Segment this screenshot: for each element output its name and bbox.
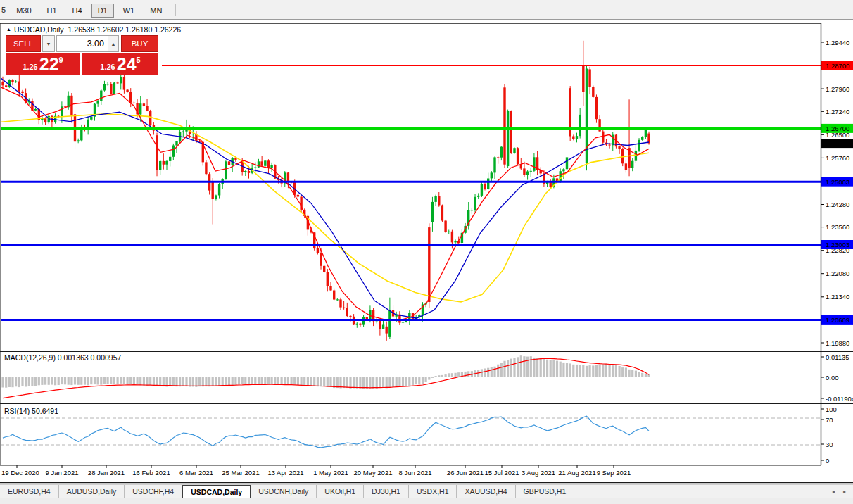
candle-body (428, 227, 430, 302)
candle-body (592, 87, 594, 96)
rsi-indicator-label: RSI(14) 50.6491 (4, 407, 58, 415)
timeframe-button-D1[interactable]: D1 (91, 4, 114, 18)
macd-histogram-bar (241, 377, 244, 384)
volume-dropdown-button[interactable]: ▼ (42, 35, 55, 52)
candle-body (382, 325, 384, 329)
macd-histogram-bar (34, 377, 37, 386)
sell-button[interactable]: SELL (6, 35, 41, 52)
tabs-scroll-right-icon[interactable]: ▸ (843, 489, 846, 495)
tab-gbpusd-h1[interactable]: GBPUSD,H1 (516, 485, 575, 498)
timeframe-button-H1[interactable]: H1 (41, 4, 63, 18)
time-tick-label: 26 Jun 2021 (447, 469, 484, 477)
candle-body (379, 320, 381, 329)
macd-histogram-bar (297, 377, 299, 385)
timeframe-buttons: M30H1H4D1W1MN (8, 4, 170, 16)
macd-axis-label: 0.01135 (826, 353, 849, 361)
candle-body (1, 82, 4, 85)
timeframe-button-MN[interactable]: MN (144, 4, 168, 18)
macd-histogram-bar (284, 377, 286, 384)
candle-body (454, 241, 456, 243)
macd-histogram-bar (572, 365, 574, 377)
macd-histogram-bar (74, 377, 76, 385)
chevron-down-icon: ▼ (46, 42, 51, 46)
macd-histogram-bar (645, 374, 647, 377)
candle-body (146, 106, 148, 111)
candle-body (264, 160, 266, 166)
candle-body (530, 171, 532, 172)
candle-body (513, 148, 515, 153)
volume-input[interactable] (57, 36, 108, 51)
candle-body (215, 196, 217, 199)
macd-histogram-bar (455, 373, 457, 377)
timeframe-button-H4[interactable]: H4 (66, 4, 89, 18)
tab-eurusd-h4[interactable]: EURUSD,H4 (0, 485, 59, 498)
macd-histogram-bar (533, 358, 535, 377)
macd-histogram-bar (103, 377, 106, 384)
buy-button[interactable]: BUY (121, 35, 158, 52)
macd-histogram-bar (546, 360, 548, 377)
volume-increase-button[interactable]: ▲ (108, 36, 118, 51)
candle-body (434, 196, 436, 202)
tab-usdchf-h4[interactable]: USDCHF,H4 (125, 485, 182, 498)
candle-body (169, 157, 171, 161)
tab-usdx-h1[interactable]: USDX,H1 (409, 485, 457, 498)
candle-body (113, 82, 115, 94)
buy-price-pip-digit: 5 (137, 56, 141, 64)
macd-histogram-bar (493, 367, 495, 377)
rsi-axis-label: 30 (826, 441, 833, 448)
candle-body (346, 308, 348, 316)
macd-histogram-bar (127, 377, 129, 384)
candle-body (635, 151, 637, 161)
macd-histogram-bar (208, 377, 210, 386)
timeframe-button-M30[interactable]: M30 (10, 4, 37, 18)
macd-histogram-bar (281, 377, 283, 384)
buy-price-display[interactable]: 1.26 24 5 (82, 53, 158, 75)
macd-histogram-bar (274, 377, 276, 384)
timeframe-button-W1[interactable]: W1 (117, 4, 141, 18)
candle-body (438, 196, 440, 206)
candle-body (448, 232, 450, 232)
macd-histogram-bar (287, 377, 289, 384)
chart-tabs: EURUSD,H4AUDUSD,DailyUSDCHF,H4USDCAD,Dai… (0, 485, 574, 498)
candle-body (116, 82, 118, 83)
candle-body (317, 248, 319, 253)
candle-body (471, 210, 473, 210)
macd-histogram-bar (293, 377, 296, 385)
price-tick-label: 1.27240 (826, 108, 849, 115)
tabs-scroll-left-icon[interactable]: ◂ (832, 489, 835, 495)
sell-price-display[interactable]: 1.26 22 9 (6, 53, 80, 75)
timeframe-button-partial[interactable]: 5 (1, 6, 8, 14)
candle-body (260, 161, 263, 165)
candle-body (503, 87, 505, 164)
time-tick-label: 28 Jan 2021 (88, 469, 125, 477)
tab-ukoil-h1[interactable]: UKOil,H1 (317, 485, 364, 498)
macd-histogram-bar (517, 357, 519, 377)
price-tick-label: 1.29440 (826, 39, 849, 46)
tab-usdcad-daily[interactable]: USDCAD,Daily (182, 485, 251, 498)
price-badge-label: 1.26226 (826, 139, 849, 147)
candle-body (61, 106, 63, 116)
tab-xauusd-h4[interactable]: XAUUSD,H4 (457, 485, 515, 498)
macd-histogram-bar (120, 377, 122, 384)
tab-usdcnh-daily[interactable]: USDCNH,Daily (251, 485, 317, 498)
tab-audusd-daily[interactable]: AUDUSD,Daily (59, 485, 125, 498)
tab-dj30-h1[interactable]: DJ30,H1 (364, 485, 409, 498)
collapse-arrow-icon[interactable]: ▲ (6, 27, 11, 32)
candle-body (598, 119, 600, 131)
macd-histogram-bar (503, 361, 505, 377)
candle-body (582, 65, 584, 92)
macd-histogram-bar (97, 377, 99, 385)
candle-body (441, 206, 443, 221)
chart-canvas[interactable]: 1.294401.279601.272401.265001.257601.242… (0, 0, 853, 504)
candle-body (11, 80, 13, 82)
macd-histogram-bar (552, 360, 555, 377)
macd-histogram-bar (625, 368, 627, 377)
macd-histogram-bar (441, 375, 443, 377)
candle-body (339, 299, 341, 307)
macd-histogram-bar (405, 377, 407, 386)
macd-histogram-bar (425, 377, 427, 382)
macd-histogram-bar (159, 377, 161, 386)
candle-body (192, 134, 194, 134)
candle-body (100, 91, 102, 101)
macd-histogram-bar (445, 374, 447, 377)
